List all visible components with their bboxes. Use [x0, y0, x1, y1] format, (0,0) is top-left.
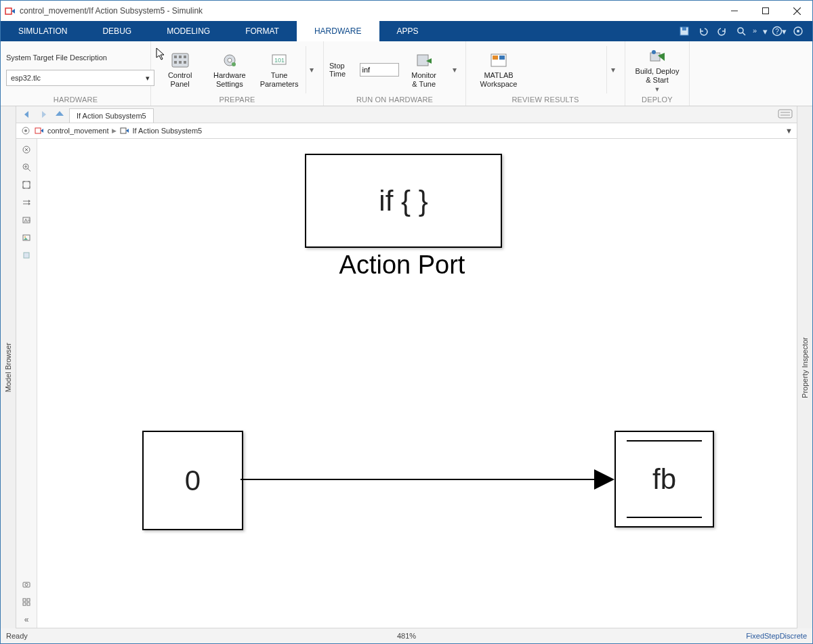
area-button[interactable]: [18, 247, 35, 263]
control-panel-button[interactable]: Control Panel: [157, 46, 203, 93]
constant-block[interactable]: 0: [142, 431, 243, 530]
simulink-file-icon: [34, 125, 45, 136]
prepare-more-button[interactable]: ▾: [306, 46, 318, 93]
subsystem-icon: [119, 125, 130, 136]
target-file-select[interactable]: esp32.tlc ▾: [6, 70, 154, 86]
monitor-tune-dropdown[interactable]: ▾: [449, 46, 460, 93]
svg-point-7: [738, 28, 743, 33]
document-tabs: If Action Subsystem5: [16, 106, 797, 123]
status-solver[interactable]: FixedStepDiscrete: [746, 632, 807, 640]
breadcrumb-item[interactable]: If Action Subsystem5: [133, 127, 203, 135]
svg-rect-6: [682, 27, 686, 30]
svg-rect-2: [763, 8, 769, 14]
model-browser-panel[interactable]: Model Browser: [1, 106, 16, 628]
workspace-icon: [489, 51, 508, 70]
tab-apps[interactable]: APPS: [379, 21, 436, 41]
zoom-button[interactable]: [18, 159, 35, 175]
svg-point-31: [652, 50, 656, 54]
outport-block[interactable]: fb: [614, 431, 714, 528]
tab-modeling[interactable]: MODELING: [149, 21, 228, 41]
tab-debug[interactable]: DEBUG: [85, 21, 149, 41]
tab-simulation[interactable]: SIMULATION: [1, 21, 85, 41]
undo-icon[interactable]: [696, 24, 711, 39]
matlab-workspace-button[interactable]: MATLAB Workspace: [472, 46, 526, 93]
tab-hardware[interactable]: HARDWARE: [297, 21, 379, 41]
redo-icon[interactable]: [715, 24, 730, 39]
build-deploy-start-label: Build, Deploy & Start: [635, 67, 680, 85]
nav-forward-button[interactable]: [37, 108, 50, 121]
statusbar: Ready 481% FixedStepDiscrete: [1, 628, 812, 643]
save-icon[interactable]: [677, 24, 692, 39]
group-hardware-label: HARDWARE: [6, 94, 145, 106]
document-tab[interactable]: If Action Subsystem5: [69, 108, 154, 123]
svg-line-8: [743, 33, 745, 35]
control-panel-label: Control Panel: [168, 71, 192, 89]
svg-rect-57: [27, 603, 30, 605]
outport-top-rule: [627, 440, 703, 442]
control-panel-icon: [171, 51, 190, 70]
outport-bottom-rule: [627, 517, 703, 518]
status-zoom: 481%: [397, 632, 416, 640]
matlab-workspace-label: MATLAB Workspace: [480, 71, 518, 89]
action-port-label: Action Port: [305, 251, 499, 280]
svg-rect-28: [493, 56, 498, 60]
help-icon[interactable]: ?▾: [772, 24, 787, 39]
property-inspector-label: Property Inspector: [801, 337, 809, 398]
screenshot-button[interactable]: [18, 576, 35, 593]
svg-line-41: [28, 169, 30, 171]
image-button[interactable]: [18, 230, 35, 246]
svg-text:101: 101: [274, 57, 285, 64]
search-icon[interactable]: [734, 24, 749, 39]
parameters-icon: 101: [270, 51, 289, 70]
svg-point-13: [797, 30, 799, 33]
svg-rect-32: [778, 110, 792, 118]
group-run-label: RUN ON HARDWARE: [329, 94, 460, 106]
status-ready: Ready: [6, 632, 28, 640]
nav-up-button[interactable]: [53, 108, 66, 121]
overflow-icon[interactable]: »▾: [753, 24, 768, 39]
maximize-button[interactable]: [750, 1, 781, 21]
hardware-settings-button[interactable]: Hardware Settings: [206, 46, 253, 93]
target-icon[interactable]: [791, 24, 806, 39]
sample-time-button[interactable]: [18, 194, 35, 211]
hide-toolbar-button[interactable]: [18, 142, 35, 158]
collapse-toolbar-button[interactable]: «: [18, 611, 35, 628]
stop-time-label: Stop Time: [329, 62, 356, 78]
toolstrip-tabs: SIMULATION DEBUG MODELING FORMAT HARDWAR…: [1, 21, 812, 41]
property-inspector-panel[interactable]: Property Inspector: [797, 106, 812, 628]
review-more-button[interactable]: ▾: [606, 46, 619, 93]
svg-rect-30: [650, 53, 660, 61]
svg-rect-51: [24, 253, 29, 258]
gear-icon: [220, 51, 239, 70]
titlebar: control_movement/If Action Subsystem5 - …: [1, 1, 812, 21]
tune-parameters-button[interactable]: 101 Tune Parameters: [255, 46, 302, 93]
tab-format[interactable]: FORMAT: [228, 21, 297, 41]
model-root-icon[interactable]: [20, 125, 31, 136]
chip-play-icon: [415, 51, 434, 70]
svg-point-23: [232, 62, 236, 66]
svg-rect-56: [23, 603, 26, 605]
svg-rect-19: [179, 61, 182, 64]
viewmarks-button[interactable]: [18, 594, 35, 610]
svg-rect-16: [179, 56, 182, 58]
stop-time-input[interactable]: [360, 63, 399, 77]
hardware-settings-label: Hardware Settings: [213, 71, 246, 89]
breadcrumb-item[interactable]: control_movement: [47, 127, 109, 135]
action-port-block[interactable]: if { }: [305, 154, 502, 248]
keyboard-icon[interactable]: [778, 109, 793, 121]
nav-back-button[interactable]: [20, 108, 34, 121]
build-deploy-start-button[interactable]: Build, Deploy & Start ▼: [631, 46, 684, 93]
close-button[interactable]: [781, 1, 812, 21]
breadcrumb-dropdown-icon[interactable]: ▼: [785, 127, 793, 135]
deploy-icon: [648, 47, 667, 66]
monitor-tune-button[interactable]: Monitor & Tune: [406, 46, 442, 93]
annotation-button[interactable]: A≡: [18, 212, 35, 228]
group-prepare-label: PREPARE: [157, 94, 318, 106]
model-canvas[interactable]: if { } Action Port 0 fb: [37, 139, 797, 628]
fit-view-button[interactable]: [18, 177, 35, 193]
minimize-button[interactable]: [719, 1, 750, 21]
signal-line[interactable]: [241, 479, 606, 480]
svg-rect-17: [184, 56, 186, 58]
outport-label: fb: [652, 463, 676, 496]
group-deploy-label: DEPLOY: [631, 94, 684, 106]
